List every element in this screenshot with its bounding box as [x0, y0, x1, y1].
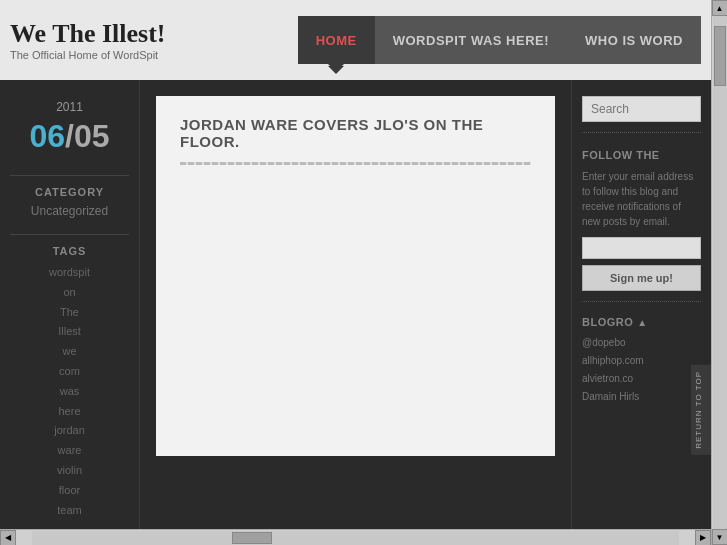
right-sidebar: FOLLOW THE Enter your email address to f… [571, 80, 711, 529]
date-year: 2011 [10, 100, 129, 114]
return-to-top[interactable]: RETURN TO TOP [691, 365, 711, 455]
tag-item[interactable]: was [10, 382, 129, 402]
scroll-bottom-track[interactable] [32, 531, 679, 545]
tag-item[interactable]: ware [10, 441, 129, 461]
site-subtitle: The Official Home of WordSpit [10, 49, 298, 61]
site-title-area: We The Illest! The Official Home of Word… [10, 19, 298, 61]
scroll-right-button[interactable]: ▶ [695, 530, 711, 546]
blogroll-links: @dopeboallhiphop.comalvietron.coDamain H… [582, 334, 701, 406]
tag-item[interactable]: com [10, 362, 129, 382]
scroll-bottom-thumb[interactable] [232, 532, 272, 544]
date-month: 06 [29, 118, 65, 154]
category-value: Uncategorized [10, 204, 129, 218]
tag-item[interactable]: violin [10, 461, 129, 481]
category-label: CATEGORY [10, 186, 129, 198]
blogroll-icon: ▲ [637, 317, 647, 328]
tag-item[interactable]: team [10, 501, 129, 521]
header: We The Illest! The Official Home of Word… [0, 0, 711, 80]
nav-item-whois[interactable]: Who Is Word [567, 16, 701, 64]
tags-label: TAGS [10, 245, 129, 257]
post-divider [180, 162, 531, 165]
tag-item[interactable]: we [10, 342, 129, 362]
blogroll-link[interactable]: Damain Hirls [582, 388, 701, 406]
email-input[interactable] [582, 237, 701, 259]
tag-item[interactable]: The [10, 303, 129, 323]
content-area: JORDAN WARE COVERS JLO'S ON THE FLOOR. [140, 80, 571, 529]
follow-title: FOLLOW THE [582, 149, 701, 161]
main-nav: HOME WordSpit Was Here! Who Is Word [298, 0, 701, 80]
sidebar-divider-2 [10, 234, 129, 235]
blogroll-link[interactable]: allhiphop.com [582, 352, 701, 370]
scroll-left-button[interactable]: ◀ [0, 530, 16, 546]
tag-item[interactable]: jordan [10, 421, 129, 441]
sign-up-button[interactable]: Sign me up! [582, 265, 701, 291]
nav-item-wordspit[interactable]: WordSpit Was Here! [375, 16, 567, 64]
tag-item[interactable]: on [10, 283, 129, 303]
search-input[interactable] [582, 96, 701, 122]
post-title: JORDAN WARE COVERS JLO'S ON THE FLOOR. [180, 116, 531, 150]
horizontal-scrollbar[interactable]: ◀ ▶ [0, 529, 711, 545]
left-sidebar: 2011 06/05 CATEGORY Uncategorized TAGS w… [0, 80, 140, 529]
scroll-thumb[interactable] [714, 26, 726, 86]
scroll-down-button[interactable]: ▼ [712, 529, 728, 545]
date-slash: / [65, 118, 74, 154]
tag-item[interactable]: here [10, 402, 129, 422]
follow-text: Enter your email address to follow this … [582, 169, 701, 229]
sidebar-divider-1 [10, 175, 129, 176]
blogroll-title: BLOGRO ▲ [582, 316, 701, 328]
main-container: 2011 06/05 CATEGORY Uncategorized TAGS w… [0, 80, 711, 529]
tags-list: wordspitonTheIllestwecomwasherejordanwar… [10, 263, 129, 520]
tag-item[interactable]: wordspit [10, 263, 129, 283]
right-divider-1 [582, 132, 701, 133]
nav-arrow-icon [328, 66, 344, 74]
blogroll-link[interactable]: alvietron.co [582, 370, 701, 388]
tag-item[interactable]: floor [10, 481, 129, 501]
vertical-scrollbar[interactable]: ▲ ▼ [711, 0, 727, 545]
site-title: We The Illest! [10, 19, 298, 49]
nav-item-home[interactable]: HOME [298, 16, 375, 64]
scroll-up-button[interactable]: ▲ [712, 0, 728, 16]
scroll-track[interactable] [713, 16, 727, 529]
tag-item[interactable]: Illest [10, 322, 129, 342]
right-divider-2 [582, 301, 701, 302]
date-display: 06/05 [10, 118, 129, 155]
post-card: JORDAN WARE COVERS JLO'S ON THE FLOOR. [156, 96, 555, 456]
date-day: 05 [74, 118, 110, 154]
blogroll-link[interactable]: @dopebo [582, 334, 701, 352]
